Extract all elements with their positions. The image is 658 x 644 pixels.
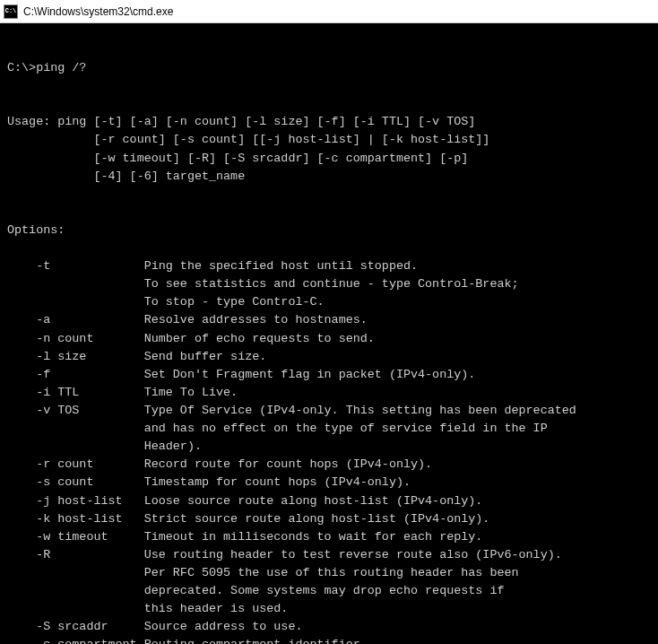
option-row: -c compartment Routing compartment ident… xyxy=(7,636,651,644)
option-row: -R Use routing header to test reverse ro… xyxy=(7,546,651,564)
option-row: -i TTL Time To Live. xyxy=(7,384,651,402)
command-prompt-line: C:\>ping /? xyxy=(7,59,651,77)
option-row: -l size Send buffer size. xyxy=(7,348,651,366)
option-row: this header is used. xyxy=(7,600,651,618)
options-list: -t Ping the specified host until stopped… xyxy=(7,257,651,644)
option-row: deprecated. Some systems may drop echo r… xyxy=(7,582,651,600)
option-row: -k host-list Strict source route along h… xyxy=(7,510,651,528)
option-row: To see statistics and continue - type Co… xyxy=(7,275,651,293)
option-row: -r count Record route for count hops (IP… xyxy=(7,456,651,474)
usage-line-1: [-r count] [-s count] [[-j host-list] | … xyxy=(57,133,489,146)
cmd-icon-label: C:\ xyxy=(5,8,17,14)
option-row: -t Ping the specified host until stopped… xyxy=(7,257,651,275)
option-row: -w timeout Timeout in milliseconds to wa… xyxy=(7,528,651,546)
option-row: -S srcaddr Source address to use. xyxy=(7,618,651,636)
terminal-output[interactable]: C:\>ping /? Usage: ping [-t] [-a] [-n co… xyxy=(0,23,658,644)
cmd-icon: C:\ xyxy=(4,4,18,19)
option-row: Header). xyxy=(7,438,651,456)
option-row: -n count Number of echo requests to send… xyxy=(7,330,651,348)
option-row: To stop - type Control-C. xyxy=(7,293,651,311)
usage-line-0: ping [-t] [-a] [-n count] [-l size] [-f]… xyxy=(57,115,475,128)
window-title: C:\Windows\system32\cmd.exe xyxy=(23,5,173,18)
window-title-bar[interactable]: C:\ C:\Windows\system32\cmd.exe xyxy=(0,0,658,23)
option-row: -v TOS Type Of Service (IPv4-only. This … xyxy=(7,402,651,420)
option-row: -a Resolve addresses to hostnames. xyxy=(7,311,651,329)
option-row: -s count Timestamp for count hops (IPv4-… xyxy=(7,474,651,492)
usage-line-3: [-4] [-6] target_name xyxy=(57,170,245,183)
usage-line-2: [-w timeout] [-R] [-S srcaddr] [-c compa… xyxy=(57,152,468,165)
options-header: Options: xyxy=(7,222,651,239)
option-row: -f Set Don't Fragment flag in packet (IP… xyxy=(7,366,651,384)
option-row: Per RFC 5095 the use of this routing hea… xyxy=(7,564,651,582)
usage-block: Usage: ping [-t] [-a] [-n count] [-l siz… xyxy=(7,113,651,185)
usage-label: Usage: xyxy=(7,115,57,128)
option-row: -j host-list Loose source route along ho… xyxy=(7,492,651,510)
option-row: and has no effect on the type of service… xyxy=(7,420,651,438)
